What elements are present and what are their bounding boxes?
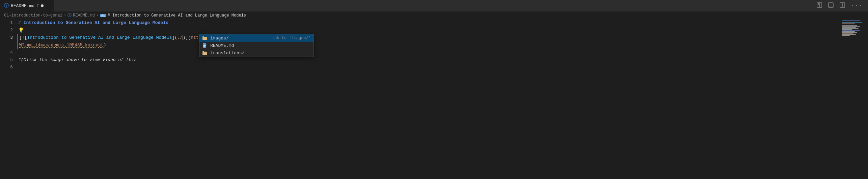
line-num-3: 3: [0, 34, 13, 41]
minimap-line-6: [842, 25, 857, 26]
heading-text: Introduction to Generative AI and Large …: [24, 19, 168, 27]
line-numbers: 1 2 3 3 4 5 6: [0, 19, 17, 179]
breadcrumb-file-label: README.md: [73, 13, 95, 18]
breadcrumb: 01-introduction-to-genai › ⓘ README.md ›…: [0, 12, 868, 19]
line3-paren-close: ): [183, 34, 186, 41]
line3-alt-text: Introduction to Generative AI and Large …: [27, 34, 172, 41]
autocomplete-desc-images: Link to 'images/': [270, 36, 311, 40]
split-right-icon: [839, 2, 845, 8]
breadcrumb-file-icon: ⓘ: [67, 12, 72, 18]
split-editor-icon: [816, 2, 822, 8]
line3b-url-cont: WT.mc_id=academic-105485-koreyst: [19, 41, 104, 49]
autocomplete-dropdown: images/ Link to 'images/' README.md: [199, 34, 314, 57]
file-svg-readme: [202, 43, 207, 48]
minimap-line-14: [842, 33, 853, 34]
readme-tab-number: 7: [36, 4, 39, 8]
file-icon-readme: [202, 43, 208, 48]
code-line-4: [18, 49, 841, 56]
line-num-5: 5: [0, 56, 13, 64]
code-line-3b: WT.mc_id=academic-105485-koreyst): [18, 41, 841, 49]
split-editor-button[interactable]: [815, 1, 824, 10]
breadcrumb-sep-1: ›: [64, 13, 66, 18]
svg-rect-2: [818, 3, 819, 4]
breadcrumb-section-label: # Introduction to Generative AI and Larg…: [108, 13, 246, 18]
line-num-6: 6: [0, 64, 13, 71]
line3-url-open: ](: [186, 34, 191, 41]
readme-tab-dot: [41, 4, 44, 7]
breadcrumb-sep-2: ›: [96, 13, 99, 18]
readme-tab[interactable]: ⓘ README.md 7: [0, 0, 54, 12]
code-line-2: 💡: [18, 27, 841, 34]
folder-icon-translations: [202, 50, 208, 56]
svg-rect-4: [829, 3, 833, 7]
editor: 1 2 3 3 4 5 6 # Introduction to Generati…: [0, 19, 868, 179]
toggle-panel-icon: [828, 2, 834, 8]
line-num-4: 4: [0, 49, 13, 56]
line-num-3b: 3: [0, 41, 13, 49]
minimap-line-13: [842, 32, 857, 33]
minimap-line-7: [842, 26, 860, 27]
minimap-content: [841, 19, 868, 37]
line3-paren-open: (: [174, 34, 177, 41]
readme-tab-icon: ⓘ: [4, 3, 9, 9]
svg-rect-3: [818, 4, 819, 5]
minimap-line-16: [842, 35, 850, 36]
line-num-2: 2: [0, 27, 13, 34]
line3-bracket-open: [: [25, 34, 27, 41]
autocomplete-label-images: images/: [210, 36, 267, 41]
breadcrumb-folder[interactable]: 01-introduction-to-genai: [4, 13, 62, 18]
line-indicator: [17, 34, 18, 49]
line5-italic: *(Click the image above to view video of…: [18, 56, 137, 64]
line3-bracket-close: ]: [172, 34, 175, 41]
code-line-5: *(Click the image above to view video of…: [18, 56, 841, 64]
minimap-line-1: [842, 20, 860, 21]
editor-content-area[interactable]: # Introduction to Generative AI and Larg…: [17, 19, 841, 179]
breadcrumb-section[interactable]: abc # Introduction to Generative AI and …: [100, 13, 246, 18]
line3-open: [!: [19, 34, 25, 41]
heading-hash: #: [18, 19, 24, 27]
readme-tab-title: README.md: [11, 3, 34, 8]
folder-svg-images: [202, 36, 208, 40]
minimap-line-8: [842, 27, 856, 28]
autocomplete-item-images[interactable]: images/ Link to 'images/': [199, 34, 314, 42]
minimap-line-12: [842, 31, 855, 32]
split-right-button[interactable]: [838, 1, 847, 10]
tab-bar: ⓘ README.md 7: [0, 0, 868, 12]
minimap-line-9: [842, 28, 859, 29]
minimap-line-11: [842, 30, 860, 31]
minimap: [841, 19, 868, 179]
code-line-3: [![Introduction to Generative AI and Lar…: [18, 34, 841, 41]
minimap-line-15: [842, 34, 856, 35]
code-line-1: # Introduction to Generative AI and Larg…: [18, 19, 841, 27]
autocomplete-label-readme: README.md: [210, 43, 308, 48]
minimap-line-10: [842, 29, 852, 30]
minimap-line-3: [842, 22, 862, 23]
toggle-panel-button[interactable]: [826, 1, 835, 10]
breadcrumb-section-icon: abc: [100, 14, 106, 17]
lightbulb-icon: 💡: [18, 27, 24, 34]
autocomplete-item-translations[interactable]: translations/: [199, 49, 314, 57]
breadcrumb-folder-label: 01-introduction-to-genai: [4, 13, 62, 18]
folder-icon-images: [202, 35, 208, 41]
more-actions-button[interactable]: ···: [849, 2, 864, 10]
line3b-close: ): [104, 41, 106, 49]
minimap-line-4: [842, 23, 855, 24]
autocomplete-label-translations: translations/: [210, 51, 308, 56]
breadcrumb-file[interactable]: ⓘ README.md: [67, 12, 95, 18]
line3-path: ./: [177, 34, 183, 41]
line-num-1: 1: [0, 19, 13, 27]
folder-svg-translations: [202, 51, 208, 55]
toolbar-right: ···: [815, 1, 868, 10]
autocomplete-item-readme[interactable]: README.md: [199, 42, 314, 49]
